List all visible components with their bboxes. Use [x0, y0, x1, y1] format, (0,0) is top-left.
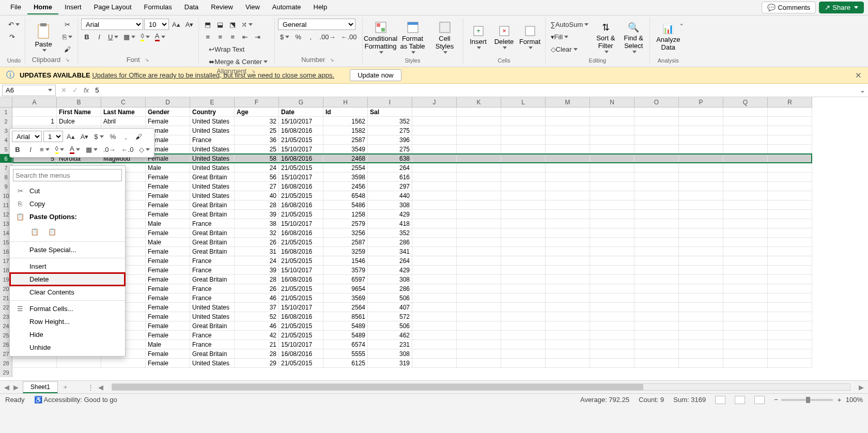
- cell[interactable]: [768, 247, 812, 256]
- cell[interactable]: United States: [190, 359, 235, 368]
- cell[interactable]: 506: [368, 293, 412, 303]
- cell[interactable]: 16/08/2016: [279, 312, 323, 321]
- mini-borders[interactable]: ▦: [84, 144, 100, 155]
- cell[interactable]: 21: [235, 340, 279, 349]
- cell[interactable]: [768, 321, 812, 331]
- clear-button[interactable]: ◇ Clear: [549, 43, 580, 55]
- zoom-control[interactable]: − ＋ 100%: [774, 395, 863, 405]
- cell[interactable]: [679, 173, 723, 182]
- cell[interactable]: [457, 331, 501, 340]
- cell[interactable]: 21/05/2015: [279, 238, 323, 247]
- cell[interactable]: [501, 107, 546, 117]
- cell[interactable]: [634, 284, 679, 293]
- align-middle-button[interactable]: ⬓: [214, 19, 226, 30]
- cell[interactable]: [679, 219, 723, 228]
- cell[interactable]: Female: [146, 284, 190, 293]
- mini-comma[interactable]: ,: [120, 131, 132, 142]
- cell[interactable]: France: [190, 340, 235, 349]
- cell[interactable]: [768, 163, 812, 173]
- cell[interactable]: [457, 117, 501, 126]
- cell[interactable]: 16/08/2016: [279, 182, 323, 191]
- tab-file[interactable]: File: [4, 1, 27, 14]
- cell[interactable]: 21/05/2015: [279, 256, 323, 266]
- cell[interactable]: 264: [368, 163, 412, 173]
- cell[interactable]: 25: [235, 126, 279, 135]
- cell[interactable]: Female: [146, 312, 190, 321]
- cell[interactable]: [546, 275, 590, 284]
- cell[interactable]: [634, 256, 679, 266]
- cell[interactable]: [457, 312, 501, 321]
- comma-button[interactable]: ,: [305, 31, 316, 42]
- cell[interactable]: 24: [235, 163, 279, 173]
- cell[interactable]: [679, 303, 723, 312]
- cell[interactable]: [546, 349, 590, 359]
- cell[interactable]: [634, 228, 679, 238]
- cell[interactable]: Male: [146, 340, 190, 349]
- cell[interactable]: [634, 145, 679, 154]
- format-cells-button[interactable]: Format: [518, 19, 542, 56]
- cell[interactable]: [457, 228, 501, 238]
- cell[interactable]: 16/08/2016: [279, 200, 323, 210]
- scroll-left-button[interactable]: ◀: [98, 383, 103, 391]
- cell[interactable]: [546, 359, 590, 368]
- cell[interactable]: [412, 247, 457, 256]
- cell[interactable]: [501, 210, 546, 219]
- cell[interactable]: 506: [368, 321, 412, 331]
- cell[interactable]: [679, 107, 723, 117]
- cell[interactable]: [457, 359, 501, 368]
- font-name-select[interactable]: Arial: [81, 19, 143, 30]
- cell[interactable]: 58: [235, 154, 279, 163]
- cell[interactable]: 2456: [323, 182, 368, 191]
- cell[interactable]: [457, 126, 501, 135]
- cell[interactable]: [412, 331, 457, 340]
- cell[interactable]: [457, 173, 501, 182]
- cell[interactable]: [723, 191, 768, 200]
- autosum-button[interactable]: ∑ AutoSum: [549, 19, 591, 30]
- col-header-B[interactable]: B: [57, 97, 101, 107]
- cell[interactable]: [590, 247, 634, 256]
- cell[interactable]: Great Britain: [190, 228, 235, 238]
- view-normal-button[interactable]: [715, 396, 725, 404]
- cell[interactable]: [768, 145, 812, 154]
- cell[interactable]: [634, 266, 679, 275]
- tab-formulas[interactable]: Formulas: [138, 1, 178, 14]
- cell[interactable]: Last Name: [101, 107, 146, 117]
- decrease-font-button[interactable]: A▾: [183, 19, 196, 30]
- cell[interactable]: [412, 349, 457, 359]
- cell[interactable]: Great Britain: [190, 247, 235, 256]
- cell[interactable]: [590, 210, 634, 219]
- cell[interactable]: 38: [235, 219, 279, 228]
- cell[interactable]: [457, 256, 501, 266]
- cell[interactable]: 264: [368, 256, 412, 266]
- cell[interactable]: [412, 145, 457, 154]
- cell[interactable]: Female: [146, 359, 190, 368]
- cell[interactable]: [679, 182, 723, 191]
- borders-button[interactable]: ▦: [121, 31, 137, 42]
- cell[interactable]: Female: [146, 200, 190, 210]
- cell[interactable]: Great Britain: [190, 200, 235, 210]
- cell[interactable]: 440: [368, 191, 412, 200]
- tab-view[interactable]: View: [239, 1, 266, 14]
- cell[interactable]: United States: [190, 191, 235, 200]
- add-sheet-button[interactable]: ＋: [62, 382, 69, 392]
- cell[interactable]: [457, 163, 501, 173]
- cell[interactable]: [457, 349, 501, 359]
- cell[interactable]: [723, 312, 768, 321]
- cell[interactable]: [457, 219, 501, 228]
- cell[interactable]: 9654: [323, 284, 368, 293]
- cell[interactable]: 1: [12, 117, 57, 126]
- merge-center-button[interactable]: ⬌ Merge & Center: [205, 56, 271, 67]
- ctx-paste-special[interactable]: Paste Special...: [10, 241, 125, 256]
- cell[interactable]: [679, 145, 723, 154]
- cell[interactable]: [501, 117, 546, 126]
- cell[interactable]: 231: [368, 340, 412, 349]
- cell[interactable]: [723, 228, 768, 238]
- cell[interactable]: [768, 293, 812, 303]
- sort-filter-button[interactable]: ⇅Sort & Filter: [593, 19, 618, 56]
- cell[interactable]: 429: [368, 210, 412, 219]
- cell[interactable]: 5555: [323, 349, 368, 359]
- cell[interactable]: [590, 266, 634, 275]
- cell[interactable]: [501, 321, 546, 331]
- wrap-text-button[interactable]: ↩ Wrap Text: [205, 43, 248, 55]
- cell[interactable]: 40: [235, 191, 279, 200]
